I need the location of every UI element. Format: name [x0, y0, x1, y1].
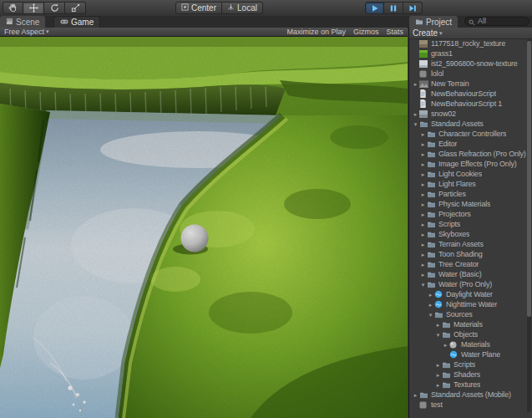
- project-row[interactable]: ▸Scripts: [409, 219, 532, 229]
- foldout-arrow[interactable]: ▸: [442, 342, 449, 348]
- project-row[interactable]: ▾Standard Assets: [409, 119, 532, 129]
- pan-tool-button[interactable]: [3, 2, 23, 14]
- pivot-local-button[interactable]: Local: [222, 2, 263, 14]
- project-row[interactable]: NewBehaviourScript 1: [409, 99, 532, 109]
- folder-icon: [442, 330, 451, 339]
- folder-icon: [427, 160, 436, 168]
- scale-tool-button[interactable]: [65, 2, 86, 14]
- project-row[interactable]: ▸Image Effects (Pro Only): [409, 159, 532, 169]
- project-row[interactable]: ▸Tree Creator: [409, 259, 532, 269]
- project-row[interactable]: ▸Nighttime Water: [409, 299, 532, 309]
- foldout-arrow[interactable]: ▸: [434, 322, 442, 328]
- project-row[interactable]: ▸Light Cookies: [409, 169, 532, 179]
- project-row[interactable]: ▸Terrain Assets: [409, 239, 532, 249]
- project-row[interactable]: ▸Editor: [409, 139, 532, 149]
- step-button[interactable]: [403, 2, 423, 14]
- project-row[interactable]: ▸Textures: [409, 380, 532, 390]
- foldout-arrow[interactable]: ▸: [419, 222, 427, 227]
- foldout-arrow[interactable]: ▸: [419, 262, 427, 268]
- create-dropdown[interactable]: Create: [413, 28, 438, 38]
- project-row[interactable]: Water Plane: [409, 349, 532, 359]
- folder-icon: [427, 210, 436, 218]
- project-scrollbar[interactable]: [527, 39, 531, 412]
- grain-overlay: [0, 37, 408, 418]
- foldout-arrow[interactable]: ▸: [419, 191, 427, 197]
- project-row[interactable]: lolol: [409, 69, 532, 79]
- foldout-arrow[interactable]: ▾: [434, 332, 442, 338]
- foldout-arrow[interactable]: ▾: [427, 312, 434, 318]
- project-row[interactable]: ▸Particles: [409, 189, 532, 199]
- project-row[interactable]: ▸Daylight Water: [409, 289, 532, 299]
- foldout-arrow[interactable]: ▸: [419, 201, 427, 207]
- project-row[interactable]: ▸Light Flares: [409, 179, 532, 189]
- asset-label: Scripts: [453, 360, 475, 369]
- project-row[interactable]: ▸Standard Assets (Mobile): [409, 390, 532, 400]
- aspect-dropdown[interactable]: Free Aspect ▾: [4, 28, 49, 36]
- maximize-on-play-toggle[interactable]: Maximize on Play: [286, 28, 346, 36]
- project-row[interactable]: ▸New Terrain: [409, 79, 532, 89]
- foldout-arrow[interactable]: ▸: [412, 81, 419, 87]
- foldout-arrow[interactable]: ▾: [412, 121, 419, 127]
- asset-label: Skyboxes: [438, 230, 469, 238]
- project-row[interactable]: NewBehaviourScript: [409, 89, 532, 99]
- foldout-arrow[interactable]: ▸: [434, 382, 442, 388]
- play-button[interactable]: [365, 2, 384, 14]
- asset-label: Materials: [453, 320, 483, 329]
- gizmos-dropdown[interactable]: Gizmos: [353, 28, 379, 36]
- project-row[interactable]: test: [409, 400, 532, 410]
- stats-toggle[interactable]: Stats: [386, 28, 403, 36]
- project-row[interactable]: ▸Character Controllers: [409, 129, 532, 139]
- foldout-arrow[interactable]: ▸: [412, 111, 419, 117]
- project-row[interactable]: ▸Scripts: [409, 359, 532, 370]
- project-row[interactable]: ▸Toon Shading: [409, 249, 532, 259]
- foldout-arrow[interactable]: ▸: [412, 392, 419, 398]
- folder-icon: [427, 130, 436, 138]
- foldout-arrow[interactable]: ▸: [419, 242, 427, 247]
- tab-scene[interactable]: Scene: [0, 16, 45, 28]
- foldout-arrow[interactable]: ▸: [419, 131, 427, 137]
- foldout-arrow[interactable]: ▸: [434, 362, 442, 368]
- project-row[interactable]: ▾Sources: [409, 309, 532, 319]
- scrollbar-thumb[interactable]: [527, 41, 531, 317]
- game-view[interactable]: [0, 37, 408, 418]
- project-row[interactable]: ▸snow02: [409, 109, 532, 119]
- asset-label: Water (Basic): [438, 270, 482, 278]
- foldout-arrow[interactable]: ▾: [419, 282, 427, 288]
- foldout-arrow[interactable]: ▸: [419, 151, 427, 157]
- project-row[interactable]: ▸Projectors: [409, 209, 532, 219]
- project-row[interactable]: ▸Materials: [409, 319, 532, 329]
- project-row[interactable]: ▸Skyboxes: [409, 229, 532, 239]
- pivot-center-button[interactable]: Center: [175, 2, 222, 14]
- move-tool-button[interactable]: [23, 2, 44, 14]
- foldout-arrow[interactable]: ▸: [434, 372, 442, 378]
- tab-project[interactable]: Project: [409, 16, 458, 28]
- foldout-arrow[interactable]: ▸: [419, 272, 427, 278]
- project-row[interactable]: ▸Shaders: [409, 370, 532, 380]
- transform-tool-group: [3, 2, 86, 14]
- project-row[interactable]: ▸Physic Materials: [409, 199, 532, 209]
- project-row[interactable]: ▾Objects: [409, 329, 532, 339]
- foldout-arrow[interactable]: ▸: [419, 212, 427, 217]
- project-row[interactable]: 1177518_rocky_texture: [409, 38, 532, 48]
- project-row[interactable]: ▾Water (Pro Only): [409, 279, 532, 289]
- project-row[interactable]: grass1: [409, 48, 532, 59]
- foldout-arrow[interactable]: ▸: [419, 141, 427, 147]
- foldout-arrow[interactable]: ▸: [427, 302, 434, 308]
- foldout-arrow[interactable]: ▸: [419, 232, 427, 237]
- foldout-arrow[interactable]: ▸: [419, 252, 427, 257]
- asset-icon: [419, 400, 428, 409]
- foldout-arrow[interactable]: ▸: [419, 161, 427, 167]
- project-row[interactable]: ▸Glass Refraction (Pro Only): [409, 149, 532, 159]
- folder-icon: [427, 170, 436, 178]
- project-row[interactable]: ▸Water (Basic): [409, 269, 532, 279]
- tab-game[interactable]: Game: [53, 16, 100, 28]
- foldout-arrow[interactable]: ▸: [427, 292, 434, 298]
- foldout-arrow[interactable]: ▸: [419, 181, 427, 187]
- foldout-arrow[interactable]: ▸: [419, 171, 427, 177]
- game-toolbar-right: Maximize on Play Gizmos Stats: [286, 28, 403, 36]
- rotate-tool-button[interactable]: [44, 2, 65, 14]
- project-search-field[interactable]: All: [464, 17, 529, 26]
- project-row[interactable]: ist2_5906800-snow-texture: [409, 59, 532, 69]
- pause-button[interactable]: [384, 2, 403, 14]
- project-row[interactable]: ▸Materials: [409, 339, 532, 349]
